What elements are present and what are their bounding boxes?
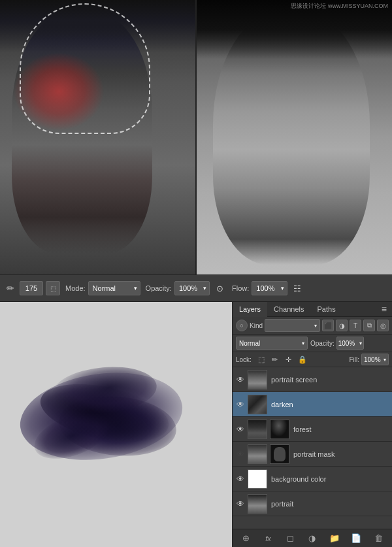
layer-mask-forest — [270, 420, 289, 439]
filter-adjustment-icon[interactable]: ◑ — [336, 320, 348, 331]
fill-value-field[interactable]: 100% — [361, 354, 389, 365]
layer-name-portrait-screen: portrait screen — [271, 376, 389, 384]
layer-name-background-color: background color — [271, 475, 389, 483]
lock-paint-icon[interactable]: ✏ — [269, 354, 281, 365]
layer-thumb-background-color — [248, 469, 267, 489]
mode-value: Normal — [93, 284, 116, 292]
canvas-left[interactable] — [0, 0, 197, 274]
layer-name-portrait: portrait — [271, 500, 389, 508]
blend-mode-dropdown[interactable]: Normal — [236, 337, 308, 350]
layer-visibility-portrait-mask[interactable]: 👁 — [235, 449, 246, 459]
layer-visibility-forest[interactable]: 👁 — [235, 424, 246, 435]
flow-value: 100% — [256, 284, 274, 292]
layer-thumb-portrait-mask — [248, 444, 267, 464]
add-mask-button[interactable]: ◻ — [284, 532, 297, 545]
add-style-button[interactable]: ⊕ — [240, 532, 253, 545]
opacity-dropdown[interactable]: 100% — [174, 281, 210, 295]
layer-item-portrait-screen[interactable]: 👁 portrait screen — [233, 367, 392, 392]
brush-size-box[interactable]: 175 — [20, 281, 43, 295]
canvas-area — [0, 0, 392, 274]
layer-item-darken[interactable]: 👁 darken — [233, 392, 392, 417]
layer-name-forest: forest — [293, 425, 389, 433]
canvas-preview[interactable] — [0, 302, 232, 547]
layer-item-portrait[interactable]: 👁 portrait — [233, 491, 392, 516]
layer-thumb-portrait — [248, 494, 267, 514]
layers-blend-row: Normal Opacity: 100% — [233, 335, 392, 352]
tab-channels[interactable]: Channels — [267, 302, 310, 316]
lock-pixels-icon[interactable]: ⬚ — [255, 354, 267, 365]
layers-panel-menu[interactable]: ≡ — [376, 304, 392, 314]
bottom-area: Layers Channels Paths ≡ ○ Kind ▾ ⬛ ◑ T ⧉… — [0, 302, 392, 547]
mode-label: Mode: — [65, 284, 86, 292]
new-group-button[interactable]: 📁 — [328, 532, 341, 545]
layer-visibility-darken[interactable]: 👁 — [235, 399, 246, 410]
filter-pixel-icon[interactable]: ⬛ — [322, 320, 334, 331]
layers-footer: ⊕ fx ◻ ◑ 📁 📄 🗑 — [233, 529, 392, 547]
canvas-right[interactable] — [197, 0, 392, 274]
new-adjustment-button[interactable]: ◑ — [306, 532, 319, 545]
opacity-label: Opacity: — [310, 340, 335, 347]
opacity-label: Opacity: — [146, 284, 172, 292]
layers-tabs: Layers Channels Paths ≡ — [233, 302, 392, 317]
layers-filter-row: ○ Kind ▾ ⬛ ◑ T ⧉ ◎ — [233, 317, 392, 335]
mode-dropdown[interactable]: Normal — [88, 281, 140, 295]
layers-lock-row: Lock: ⬚ ✏ ✛ 🔒 Fill: 100% — [233, 352, 392, 367]
lock-all-icon[interactable]: 🔒 — [297, 354, 308, 365]
fill-label: Fill: — [349, 356, 359, 363]
opacity-row: Opacity: 100% — [310, 337, 389, 350]
blend-mode-value: Normal — [239, 340, 260, 347]
layer-item-forest[interactable]: 👁 forest — [233, 417, 392, 442]
tablet-pressure-icon[interactable]: ☷ — [290, 281, 304, 295]
filter-icons: ⬛ ◑ T ⧉ ◎ — [322, 320, 389, 331]
layer-visibility-portrait[interactable]: 👁 — [235, 499, 246, 509]
fill-row: Fill: 100% — [349, 354, 389, 365]
layer-name-darken: darken — [271, 401, 389, 408]
watermark: 思缘设计论坛 www.MISSYUAN.COM — [291, 2, 388, 10]
filter-shape-icon[interactable]: ⧉ — [363, 320, 375, 331]
lock-move-icon[interactable]: ✛ — [283, 354, 295, 365]
layer-thumb-forest — [248, 420, 267, 439]
brush-tool-icon[interactable]: ✏ — [4, 282, 17, 295]
layer-mask-portrait-mask — [270, 444, 289, 464]
filter-smart-icon[interactable]: ◎ — [377, 320, 389, 331]
layers-list: 👁 portrait screen 👁 darken 👁 — [233, 367, 392, 529]
layer-visibility-portrait-screen[interactable]: 👁 — [235, 374, 246, 385]
layers-panel: Layers Channels Paths ≡ ○ Kind ▾ ⬛ ◑ T ⧉… — [232, 302, 392, 547]
layer-item-background-color[interactable]: 👁 background color — [233, 467, 392, 491]
opacity-value-field[interactable]: 100% — [336, 337, 364, 350]
airbrush-icon[interactable]: ⊙ — [212, 281, 227, 295]
layer-item-portrait-mask[interactable]: 👁 portrait mask — [233, 442, 392, 467]
tab-paths[interactable]: Paths — [311, 302, 342, 316]
tab-layers[interactable]: Layers — [233, 302, 267, 317]
flow-dropdown[interactable]: 100% — [252, 281, 287, 295]
delete-layer-button[interactable]: 🗑 — [372, 532, 385, 545]
lock-label: Lock: — [236, 356, 252, 363]
layer-name-portrait-mask: portrait mask — [293, 450, 389, 458]
brush-preset-icon[interactable]: ⬚ — [46, 281, 60, 295]
layer-thumb-portrait-screen — [248, 370, 267, 390]
flow-label: Flow: — [232, 284, 249, 292]
layer-thumb-darken — [248, 395, 267, 414]
filter-dropdown[interactable]: ▾ — [265, 319, 320, 332]
fx-button[interactable]: fx — [262, 532, 275, 545]
filter-label: Kind — [250, 322, 263, 329]
filter-toggle-btn[interactable]: ○ — [236, 320, 248, 331]
opacity-value: 100% — [179, 284, 197, 292]
filter-type-icon[interactable]: T — [350, 320, 361, 331]
layer-visibility-background-color[interactable]: 👁 — [235, 474, 246, 484]
new-layer-button[interactable]: 📄 — [350, 532, 363, 545]
toolbar: ✏ 175 ⬚ Mode: Normal Opacity: 100% ⊙ Flo… — [0, 274, 392, 302]
